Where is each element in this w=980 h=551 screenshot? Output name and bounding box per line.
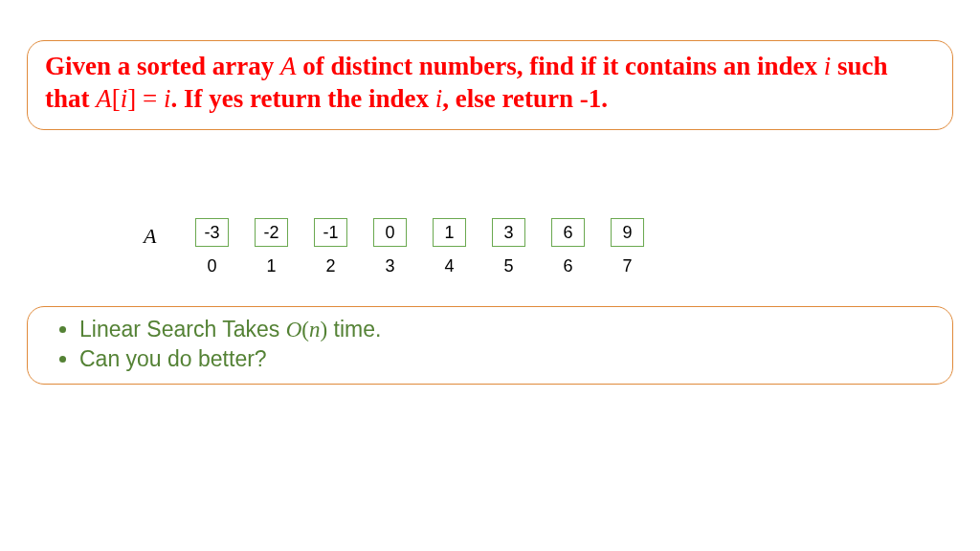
notes-list: Linear Search Takes O(n) time. Can you d… — [66, 315, 935, 374]
array-cells-row: -3 -2 -1 0 1 3 6 9 — [195, 218, 644, 247]
text-seg: of distinct numbers, find if it contains… — [296, 52, 823, 80]
eq-i2: i — [164, 84, 171, 113]
problem-statement-box: Given a sorted array A of distinct numbe… — [27, 40, 953, 130]
array-cell: 9 — [611, 218, 644, 247]
array-index: 4 — [433, 256, 466, 276]
array-index: 7 — [611, 256, 644, 276]
array-cell: 1 — [433, 218, 466, 247]
array-index: 2 — [314, 256, 347, 276]
big-o-paren: ) — [320, 318, 327, 342]
big-o-paren: ( — [301, 318, 309, 342]
eq-equals: = — [136, 84, 164, 113]
text-seg: , else return -1. — [442, 84, 608, 113]
big-o-n: n — [309, 318, 321, 342]
big-o-O: O — [286, 318, 302, 342]
array-indices-row: 0 1 2 3 4 5 6 7 — [195, 256, 644, 276]
eq-A: A — [96, 84, 112, 113]
problem-statement-text: Given a sorted array A of distinct numbe… — [45, 51, 935, 116]
array-cell: 0 — [373, 218, 407, 247]
text-seg: . If yes return the index — [171, 84, 435, 113]
eq-bracket: [ — [112, 84, 121, 113]
array-cell: -1 — [314, 218, 347, 247]
eq-bracket: ] — [127, 84, 136, 113]
array-cell: -3 — [195, 218, 229, 247]
note-item-linear-search: Linear Search Takes O(n) time. — [79, 315, 935, 344]
array-index: 1 — [255, 256, 288, 276]
note-item-do-better: Can you do better? — [79, 344, 935, 374]
array-index: 3 — [373, 256, 407, 276]
array-cell: 3 — [492, 218, 525, 247]
var-A: A — [280, 52, 297, 80]
note-text: time. — [327, 317, 381, 342]
array-index: 0 — [195, 256, 229, 276]
array-index: 5 — [492, 256, 525, 276]
notes-box: Linear Search Takes O(n) time. Can you d… — [27, 306, 953, 385]
note-text: Linear Search Takes — [79, 317, 286, 342]
array-label: A — [144, 224, 156, 249]
array-index: 6 — [551, 256, 585, 276]
array-cell: 6 — [551, 218, 585, 247]
text-seg: Given a sorted array — [45, 52, 280, 80]
array-cell: -2 — [255, 218, 288, 247]
